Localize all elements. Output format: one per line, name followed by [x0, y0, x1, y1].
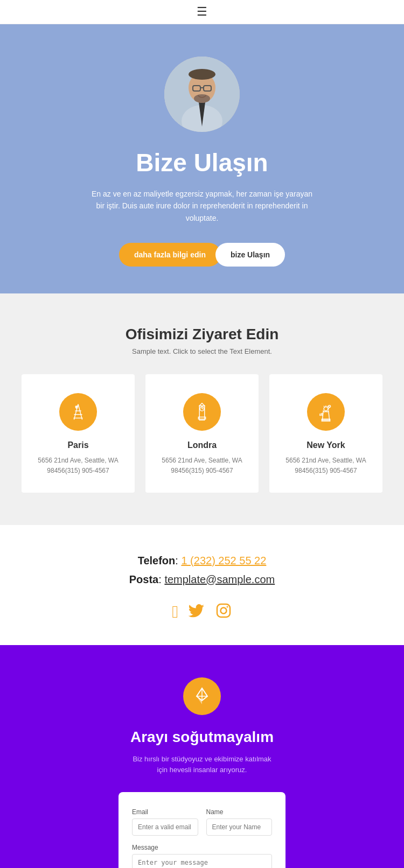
email-form-label: Email [132, 808, 198, 816]
instagram-icon[interactable] [215, 602, 232, 624]
cta-title: Arayı soğutmayalım [11, 729, 393, 746]
svg-marker-19 [199, 403, 205, 406]
svg-point-7 [189, 69, 215, 80]
newyork-city: New York [280, 440, 372, 450]
name-input[interactable] [206, 818, 273, 836]
message-form-label: Message [132, 844, 272, 851]
contact-form: Email Name Message Göndermek [119, 792, 285, 868]
london-icon [192, 402, 212, 422]
paris-icon [68, 402, 88, 422]
contact-phone: Telefon: 1 (232) 252 55 22 [11, 555, 393, 567]
instagram-svg [215, 602, 232, 619]
office-title: Ofisimizi Ziyaret Edin [16, 326, 388, 343]
svg-point-30 [220, 607, 226, 613]
paris-icon-circle [59, 393, 97, 431]
svg-point-31 [226, 606, 228, 607]
avatar-image [164, 57, 240, 132]
cta-section: Arayı soğutmayalım Biz hırslı bir stüdyo… [0, 645, 404, 868]
twitter-svg [188, 602, 205, 619]
newyork-address: 5656 21nd Ave, Seattle, WA98456(315) 905… [280, 456, 372, 476]
form-row-top: Email Name [132, 808, 272, 836]
hero-description: En az ve en az maliyetle egzersiz yapmak… [89, 188, 315, 224]
svg-point-8 [194, 94, 210, 103]
cta-logo-icon [191, 685, 213, 707]
hero-title: Bize Ulaşın [11, 148, 393, 177]
message-textarea[interactable] [132, 854, 272, 868]
cta-description: Biz hırslı bir stüdyoyuz ve ekibimize ka… [132, 754, 272, 776]
office-card-newyork: New York 5656 21nd Ave, Seattle, WA98456… [269, 374, 382, 492]
newyork-icon [316, 402, 336, 422]
email-label: Posta [129, 573, 158, 585]
svg-rect-29 [217, 604, 230, 617]
office-card-london: Londra 5656 21nd Ave, Seattle, WA98456(3… [145, 374, 259, 492]
svg-marker-33 [197, 696, 202, 704]
office-card-paris: Paris 5656 21nd Ave, Seattle, WA98456(31… [22, 374, 135, 492]
hero-buttons: daha fazla bilgi edin bize Ulaşın [11, 243, 393, 267]
contact-email: Posta: template@sample.com [11, 573, 393, 586]
office-section: Ofisimizi Ziyaret Edin Sample text. Clic… [0, 293, 404, 524]
office-cards: Paris 5656 21nd Ave, Seattle, WA98456(31… [16, 374, 388, 492]
social-icons:  [11, 602, 393, 624]
london-icon-circle [183, 393, 221, 431]
hamburger-icon[interactable]: ☰ [197, 5, 207, 19]
facebook-icon[interactable]:  [172, 602, 178, 624]
newyork-icon-circle [307, 393, 345, 431]
office-subtitle: Sample text. Click to select the Text El… [16, 347, 388, 355]
contact-section: Telefon: 1 (232) 252 55 22 Posta: templa… [0, 525, 404, 645]
london-address: 5656 21nd Ave, Seattle, WA98456(315) 905… [156, 456, 248, 476]
name-form-label: Name [206, 808, 273, 816]
phone-label: Telefon [138, 555, 176, 566]
svg-line-25 [328, 406, 328, 408]
email-input[interactable] [132, 818, 198, 836]
paris-address: 5656 21nd Ave, Seattle, WA98456(315) 905… [32, 456, 124, 476]
contact-button[interactable]: bize Ulaşın [215, 243, 285, 267]
navbar: ☰ [0, 0, 404, 24]
name-group: Name [206, 808, 273, 836]
paris-city: Paris [32, 440, 124, 450]
phone-link[interactable]: 1 (232) 252 55 22 [181, 555, 266, 566]
svg-point-21 [329, 405, 331, 408]
hero-section: Bize Ulaşın En az ve en az maliyetle egz… [0, 24, 404, 293]
twitter-icon[interactable] [188, 602, 205, 624]
message-group: Message [132, 844, 272, 868]
more-info-button[interactable]: daha fazla bilgi edin [119, 243, 221, 267]
svg-line-23 [324, 406, 324, 408]
email-group: Email [132, 808, 198, 836]
london-city: Londra [156, 440, 248, 450]
avatar [164, 57, 240, 132]
svg-line-10 [78, 404, 82, 420]
cta-logo-circle [183, 677, 221, 715]
email-link[interactable]: template@sample.com [164, 573, 275, 585]
